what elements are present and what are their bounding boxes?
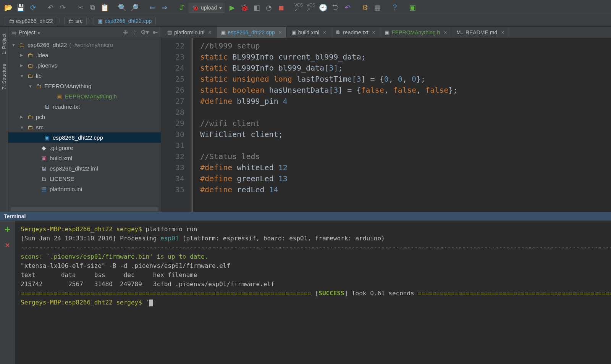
run-icon[interactable]: ▶ [227,2,238,13]
tree-label: lib [36,72,42,79]
editor-tab[interactable]: M↓README.md× [452,27,509,38]
gear-icon[interactable]: ⚙▾ [141,29,149,36]
structure-tool-tab[interactable]: 7: Structure [0,59,8,94]
redo-icon[interactable]: ↷ [57,2,68,13]
horizontal-scrollbar[interactable] [11,207,158,211]
main-toolbar: 📂 💾 ⟳ ↶ ↷ ✂ ⧉ 📋 🔍 🔎 ⇐ ⇒ ⇵ 🐞 upload ▾ ▶ 🐞… [0,0,611,15]
help-icon[interactable]: ? [390,2,400,13]
sync-icon[interactable]: ⟳ [27,2,38,13]
tree-arrow-icon[interactable]: ▶ [20,63,24,68]
platformio-icon[interactable]: ▣ [407,2,418,13]
build-icon[interactable]: ⇵ [176,2,187,13]
tree-row[interactable]: ▼🗀lib [8,71,161,81]
structure-icon[interactable]: ▦ [372,2,383,13]
project-tool-tab[interactable]: 1: Project [0,29,8,59]
run-configuration-selector[interactable]: 🐞 upload ▾ [189,3,225,13]
cut-icon[interactable]: ✂ [75,2,86,13]
editor-tab-label: EEPROMAnything.h [392,29,440,35]
debug-icon[interactable]: 🐞 [239,2,250,13]
tree-label: .gitignore [50,145,73,151]
code-content[interactable]: //bl999 setupstatic BL999Info current_bl… [192,38,611,212]
tree-arrow-icon[interactable]: ▼ [11,43,16,47]
vcs-commit-icon[interactable]: VCS↗ [306,2,316,13]
tree-row[interactable]: ▣EEPROMAnything.h [8,91,161,101]
cpp-file-icon: ▣ [98,18,103,24]
open-icon[interactable]: 📂 [3,2,14,13]
tree-row[interactable]: ▣build.xml [8,153,161,163]
coverage-icon[interactable]: ◧ [251,2,262,13]
tree-arrow-icon[interactable]: ▼ [20,74,24,78]
tree-arrow-icon[interactable]: ▼ [28,84,33,89]
terminal-close-session-icon[interactable]: ✕ [5,240,10,250]
collapse-icon[interactable]: ≑ [132,29,137,36]
close-tab-icon[interactable]: × [323,29,326,35]
editor-tabs: ▤platformio.ini×▣esp8266_dht22.cpp×▣buil… [161,27,611,38]
editor-tab[interactable]: ▤platformio.ini× [163,27,217,38]
breadcrumb-item[interactable]: ▣esp8266_dht22.cpp [94,17,156,25]
tree-arrow-icon[interactable]: ▶ [20,53,24,58]
vcs-revert-icon[interactable]: ⮌ [330,2,341,13]
tree-arrow-icon[interactable]: ▼ [20,125,24,130]
chevron-right-icon[interactable]: ▸ [38,29,40,35]
tree-row[interactable]: ▶🗀.idea [8,50,161,60]
gitignore-icon: ◆ [40,145,47,151]
editor-tab[interactable]: ▣esp8266_dht22.cpp× [217,27,287,38]
close-tab-icon[interactable]: × [501,29,504,35]
settings-icon[interactable]: ⚙ [360,2,370,13]
tree-row[interactable]: ▼🗀src [8,122,161,132]
forward-icon[interactable]: ⇒ [159,2,170,13]
folder-icon: 🗀 [18,42,25,48]
tree-row[interactable]: ▶🗀pcb [8,112,161,122]
close-tab-icon[interactable]: × [279,29,282,35]
save-icon[interactable]: 💾 [15,2,26,13]
editor-tab[interactable]: ▣build.xml× [287,27,331,38]
project-panel-title[interactable]: Project [19,29,36,35]
chevron-down-icon: ▾ [219,5,222,11]
vcs-update-icon[interactable]: VCS↙ [293,2,304,13]
undo-icon[interactable]: ↶ [45,2,56,13]
hide-icon[interactable]: ⇤ [153,29,158,36]
zoom-out-icon[interactable]: 🔎 [129,2,140,13]
tree-row[interactable]: 🗎readme.txt [8,101,161,112]
close-tab-icon[interactable]: × [372,29,375,35]
project-tree[interactable]: ▼🗀esp8266_dht22 (~/work/my/micro▶🗀.idea▶… [8,38,161,206]
tree-row[interactable]: ◆.gitignore [8,143,161,153]
close-tab-icon[interactable]: × [444,29,447,35]
header-file-icon: ▣ [56,93,63,100]
tree-arrow-icon[interactable]: ▶ [20,114,24,119]
zoom-in-icon[interactable]: 🔍 [117,2,128,13]
terminal-new-session-icon[interactable]: + [5,224,10,235]
editor-tab[interactable]: 🗎readme.txt× [331,27,380,38]
text-file-icon: 🗎 [40,176,47,182]
profile-icon[interactable]: ◔ [263,2,274,13]
editor-tab[interactable]: ▣EEPROMAnything.h× [380,27,452,38]
folder-icon: 🗀 [9,18,14,24]
breadcrumb-item[interactable]: 🗀esp8266_dht22 [5,17,57,25]
breadcrumb-label: esp8266_dht22.cpp [105,18,152,24]
terminal-tool-header[interactable]: Terminal [0,212,611,221]
tree-row[interactable]: ▣esp8266_dht22.cpp [8,132,161,143]
text-file-icon: 🗎 [44,103,50,110]
project-panel: ▤ Project ▸ ⊕ ≑ ⚙▾ ⇤ ▼🗀esp8266_dht22 (~/… [8,27,161,212]
back-icon[interactable]: ⇐ [147,2,157,13]
tree-row[interactable]: 🗎esp8266_dht22.iml [8,163,161,174]
tree-row[interactable]: ▼🗀esp8266_dht22 (~/work/my/micro [8,40,161,50]
tree-row[interactable]: ▼🗀EEPROMAnything [8,81,161,91]
paste-icon[interactable]: 📋 [99,2,110,13]
folder-icon: 🗀 [27,52,34,58]
close-tab-icon[interactable]: × [208,29,211,35]
breadcrumb-item[interactable]: 🗀src [64,17,87,25]
copy-icon[interactable]: ⧉ [87,2,98,13]
tree-row[interactable]: 🗎LICENSE [8,174,161,184]
locate-icon[interactable]: ⊕ [123,29,128,36]
tree-label: platformio.ini [50,186,82,192]
stop-icon[interactable]: ◼ [276,2,286,13]
terminal-output[interactable]: Sergeys-MBP:esp8266_dht22 sergey$ platfo… [15,221,611,364]
code-editor[interactable]: 2223242526272829303132333435 //bl999 set… [161,38,611,212]
tree-row[interactable]: ▤platformio.ini [8,184,161,194]
editor-tab-label: esp8266_dht22.cpp [228,29,275,35]
rollback-icon[interactable]: ↶ [342,2,353,13]
vcs-history-icon[interactable]: 🕘 [318,2,328,13]
tree-row[interactable]: ▶🗀.pioenvs [8,60,161,71]
editor-tab-label: README.md [466,29,497,35]
